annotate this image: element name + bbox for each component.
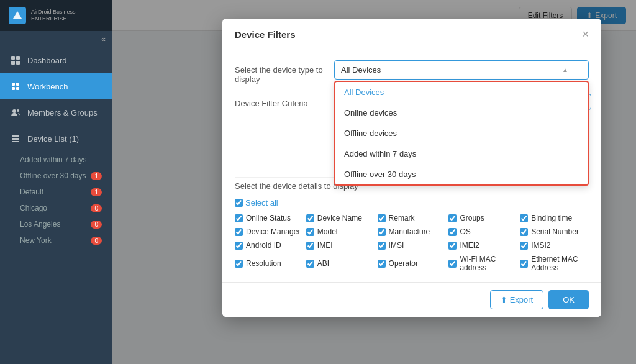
checkbox-input[interactable] — [306, 228, 314, 236]
checkbox-input[interactable] — [235, 228, 243, 236]
checkbox-label: ABI — [317, 259, 329, 268]
dropdown-select[interactable]: All Devices ▲ — [334, 60, 589, 80]
workbench-label: Workbench — [27, 82, 68, 91]
device-type-control: All Devices ▲ All Devices Online devices… — [334, 60, 589, 80]
checkbox-input[interactable] — [306, 242, 314, 250]
svg-marker-0 — [13, 11, 22, 19]
checkbox-input[interactable] — [378, 228, 386, 236]
checkbox-input[interactable] — [448, 260, 457, 268]
checkbox-input[interactable] — [520, 242, 528, 250]
svg-rect-11 — [12, 135, 19, 137]
checkbox-item[interactable]: Model — [306, 227, 375, 236]
checkbox-label: IMSI — [389, 241, 404, 250]
checkbox-item[interactable]: Online Status — [235, 214, 304, 222]
device-type-row: Select the device type to display All De… — [235, 60, 589, 84]
checkbox-item[interactable]: OS — [448, 227, 517, 236]
nav-item-workbench[interactable]: Workbench — [0, 73, 112, 99]
checkbox-input[interactable] — [448, 242, 457, 250]
checkbox-item[interactable]: IMEI — [306, 241, 375, 250]
sidebar-sub-item[interactable]: Los Angeles0 — [0, 216, 112, 232]
main-content: Edit Filters ⬆ Export Device Filters × S… — [112, 0, 636, 364]
sidebar-sub-item[interactable]: Added within 7 days — [0, 152, 112, 168]
workbench-icon — [10, 81, 21, 92]
modal-export-label: Export — [510, 295, 534, 304]
select-all-checkbox[interactable] — [235, 199, 243, 207]
ok-button[interactable]: OK — [548, 290, 589, 309]
device-type-dropdown[interactable]: All Devices ▲ All Devices Online devices… — [334, 60, 589, 80]
checkbox-item[interactable]: Serial Number — [520, 227, 589, 236]
checkbox-item[interactable]: Remark — [378, 214, 447, 222]
modal-title: Device Filters — [235, 29, 296, 40]
dropdown-option-all[interactable]: All Devices — [335, 82, 588, 102]
device-filters-modal: Device Filters × Select the device type … — [222, 19, 601, 317]
checkbox-item[interactable]: Device Name — [306, 214, 375, 222]
checkbox-input[interactable] — [520, 260, 528, 268]
checkbox-label: Wi-Fi MAC address — [460, 255, 517, 272]
checkbox-input[interactable] — [448, 228, 457, 236]
checkbox-item[interactable]: Ethernet MAC Address — [520, 255, 589, 272]
checkbox-item[interactable]: Groups — [448, 214, 517, 222]
checkbox-item[interactable]: Device Manager — [235, 227, 304, 236]
members-icon — [10, 107, 21, 118]
svg-rect-13 — [12, 141, 19, 142]
sidebar-sub-item[interactable]: Default1 — [0, 184, 112, 200]
checkbox-label: Resolution — [246, 259, 281, 268]
svg-rect-8 — [16, 87, 19, 90]
checkbox-item[interactable]: IMEI2 — [448, 241, 517, 250]
checkbox-input[interactable] — [235, 260, 243, 268]
sidebar: AirDroid Business ENTERPRISE « Dashboard… — [0, 0, 112, 364]
sidebar-collapse-button[interactable]: « — [0, 31, 112, 47]
checkbox-label: Ethernet MAC Address — [531, 255, 589, 272]
dropdown-option-offline30[interactable]: Offline over 30 days — [335, 164, 588, 184]
checkbox-label: Binding time — [531, 214, 572, 222]
checkbox-label: Operator — [389, 259, 418, 268]
dashboard-label: Dashboard — [27, 56, 67, 65]
nav-item-dashboard[interactable]: Dashboard — [0, 47, 112, 73]
checkbox-label: Manufacture — [389, 227, 430, 236]
checkbox-item[interactable]: Operator — [378, 255, 447, 272]
checkbox-input[interactable] — [306, 214, 314, 222]
checkbox-input[interactable] — [520, 228, 528, 236]
checkbox-item[interactable]: Wi-Fi MAC address — [448, 255, 517, 272]
checkbox-input[interactable] — [448, 214, 457, 222]
members-label: Members & Groups — [27, 108, 98, 117]
sidebar-sub-item[interactable]: Offline over 30 days1 — [0, 168, 112, 184]
modal-footer: ⬆ Export OK — [222, 282, 601, 317]
checkbox-input[interactable] — [378, 242, 386, 250]
select-all-checkbox-label[interactable]: Select all — [235, 198, 589, 207]
dropdown-selected-value: All Devices — [341, 65, 381, 75]
svg-rect-4 — [16, 61, 20, 65]
nav-item-members[interactable]: Members & Groups — [0, 99, 112, 125]
device-details-section: Select the device details to display Sel… — [235, 181, 589, 272]
checkbox-item[interactable]: IMSI2 — [520, 241, 589, 250]
checkbox-item[interactable]: Binding time — [520, 214, 589, 222]
nav-item-device-list[interactable]: Device List (1) — [0, 125, 112, 152]
sub-items: Added within 7 daysOffline over 30 days1… — [0, 152, 112, 248]
checkbox-label: Remark — [389, 214, 415, 222]
svg-rect-6 — [16, 83, 19, 86]
checkbox-input[interactable] — [235, 214, 243, 222]
dropdown-menu: All Devices Online devices Offline devic… — [334, 81, 589, 186]
checkbox-input[interactable] — [235, 242, 243, 250]
checkbox-input[interactable] — [306, 260, 314, 268]
checkbox-input[interactable] — [378, 214, 386, 222]
checkbox-item[interactable]: Resolution — [235, 255, 304, 272]
dropdown-option-online[interactable]: Online devices — [335, 102, 588, 123]
modal-export-button[interactable]: ⬆ Export — [490, 290, 544, 309]
checkbox-item[interactable]: Android ID — [235, 241, 304, 250]
checkbox-input[interactable] — [378, 260, 386, 268]
checkbox-item[interactable]: IMSI — [378, 241, 447, 250]
modal-close-button[interactable]: × — [582, 29, 589, 40]
sidebar-sub-item[interactable]: Chicago0 — [0, 200, 112, 216]
dashboard-icon — [10, 55, 21, 66]
checkbox-input[interactable] — [520, 214, 528, 222]
checkbox-label: OS — [460, 227, 470, 236]
logo-icon — [9, 7, 26, 24]
dropdown-option-added7[interactable]: Added within 7 days — [335, 143, 588, 164]
checkbox-item[interactable]: Manufacture — [378, 227, 447, 236]
sidebar-sub-item[interactable]: New York0 — [0, 232, 112, 248]
dropdown-option-offline[interactable]: Offline devices — [335, 123, 588, 143]
svg-point-10 — [17, 109, 19, 112]
checkbox-item[interactable]: ABI — [306, 255, 375, 272]
svg-rect-12 — [12, 138, 19, 140]
